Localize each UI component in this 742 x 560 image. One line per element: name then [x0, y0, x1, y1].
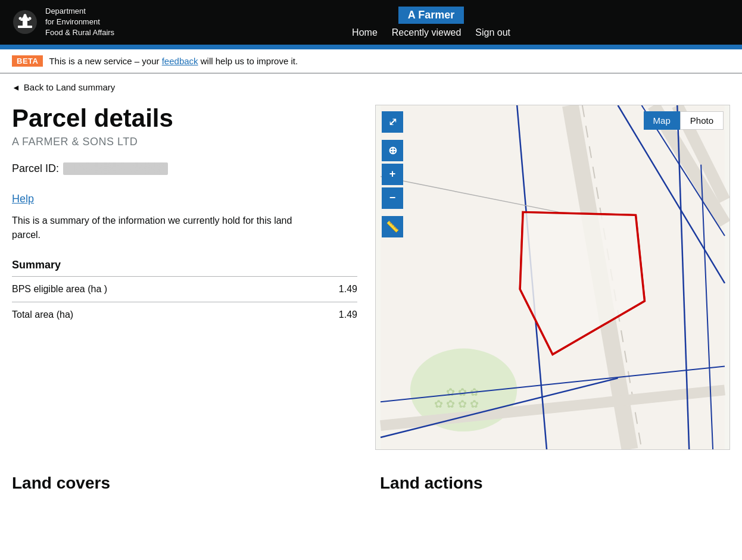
svg-point-5 — [29, 17, 32, 20]
crown-logo-icon — [12, 9, 38, 35]
page-title: Parcel details — [12, 105, 357, 132]
back-to-land-summary-link[interactable]: ◄ Back to Land summary — [12, 82, 115, 92]
main-content: Parcel details A FARMER & SONS LTD Parce… — [0, 93, 742, 462]
svg-text:✿ ✿ ✿ ✿: ✿ ✿ ✿ ✿ — [434, 398, 479, 410]
beta-text: This is a new service – your feedback wi… — [49, 56, 298, 66]
total-area-value: 1.49 — [301, 302, 357, 327]
bps-area-value: 1.49 — [301, 276, 357, 302]
help-link[interactable]: Help — [12, 193, 34, 205]
nav-recently-viewed[interactable]: Recently viewed — [392, 27, 462, 38]
parcel-id-value: SP▒▒▒▒▒ ▒▒▒▒ — [63, 162, 168, 175]
svg-point-3 — [19, 17, 22, 20]
zoom-out-icon: − — [389, 192, 396, 204]
table-row: Total area (ha) 1.49 — [12, 302, 357, 327]
parcel-id-label: Parcel ID: — [12, 162, 62, 174]
nav-home[interactable]: Home — [352, 27, 378, 38]
info-text: This is a summary of the information we … — [12, 214, 322, 242]
measure-icon: 📏 — [386, 220, 399, 233]
beta-banner: BETA This is a new service – your feedba… — [0, 49, 742, 73]
map-container[interactable]: ⤢ ⊕ + − 📏 Map Photo — [375, 105, 730, 450]
svg-rect-1 — [18, 26, 32, 28]
nav-sign-out[interactable]: Sign out — [475, 27, 510, 38]
land-covers-section: Land covers — [12, 468, 362, 493]
blue-accent-bar — [0, 45, 742, 49]
site-header: Department for Environment Food & Rural … — [0, 0, 742, 45]
table-row: BPS eligible area (ha ) 1.49 — [12, 276, 357, 302]
measure-button[interactable]: 📏 — [382, 216, 403, 237]
user-name-box: A Farmer — [398, 7, 464, 24]
expand-map-button[interactable]: ⤢ — [382, 111, 403, 133]
beta-tag: BETA — [12, 55, 43, 67]
main-nav: Home Recently viewed Sign out — [352, 27, 510, 38]
locate-button[interactable]: ⊕ — [382, 140, 403, 161]
total-area-label: Total area (ha) — [12, 302, 301, 327]
zoom-out-button[interactable]: − — [382, 187, 403, 209]
land-covers-heading: Land covers — [12, 474, 362, 493]
feedback-link[interactable]: feedback — [162, 56, 198, 66]
svg-point-4 — [24, 14, 27, 17]
map-view-button[interactable]: Map — [644, 111, 680, 130]
header-nav: A Farmer Home Recently viewed Sign out — [132, 7, 730, 38]
map-svg: ✿ ✿ ✿ ✿ ✿ ✿ ✿ — [376, 105, 729, 449]
back-link-container: ◄ Back to Land summary — [0, 73, 742, 93]
photo-view-button[interactable]: Photo — [680, 111, 724, 130]
locate-icon: ⊕ — [388, 144, 397, 157]
logo-area: Department for Environment Food & Rural … — [12, 6, 114, 39]
summary-heading: Summary — [12, 259, 357, 271]
land-actions-section: Land actions — [380, 468, 730, 493]
zoom-in-button[interactable]: + — [382, 164, 403, 185]
zoom-in-icon: + — [389, 168, 396, 180]
left-panel: Parcel details A FARMER & SONS LTD Parce… — [12, 105, 357, 450]
parcel-id-row: Parcel ID: SP▒▒▒▒▒ ▒▒▒▒ — [12, 162, 357, 175]
farm-name: A FARMER & SONS LTD — [12, 136, 357, 148]
summary-table: BPS eligible area (ha ) 1.49 Total area … — [12, 276, 357, 327]
land-actions-heading: Land actions — [380, 474, 730, 493]
back-arrow-icon: ◄ — [12, 83, 20, 92]
right-panel: ⤢ ⊕ + − 📏 Map Photo — [375, 105, 730, 450]
expand-icon: ⤢ — [388, 115, 397, 129]
map-controls: ⤢ ⊕ + − 📏 — [382, 111, 403, 237]
bps-area-label: BPS eligible area (ha ) — [12, 276, 301, 302]
map-type-buttons: Map Photo — [644, 111, 724, 130]
dept-name-text: Department for Environment Food & Rural … — [45, 6, 114, 39]
bottom-sections: Land covers Land actions — [0, 462, 742, 517]
